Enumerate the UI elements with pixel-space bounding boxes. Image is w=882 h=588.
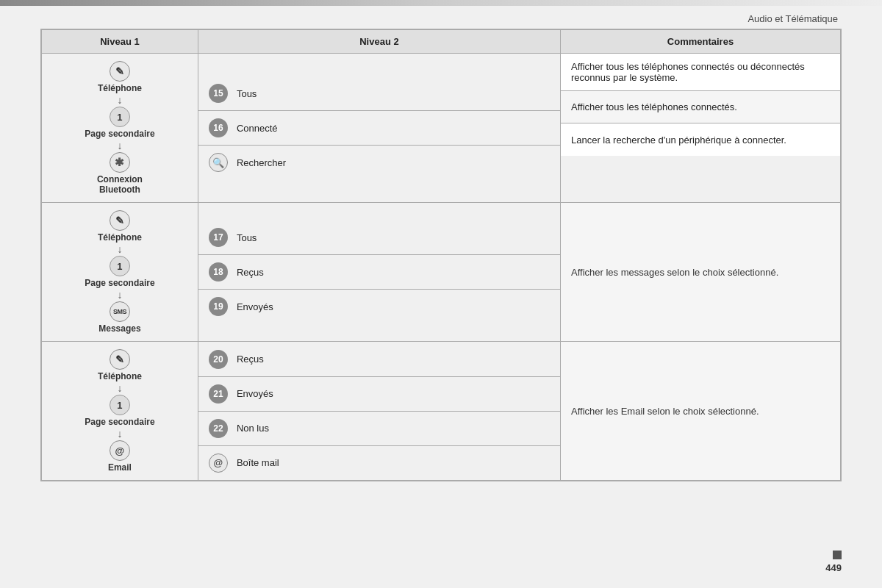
at-icon: @ — [209, 453, 228, 473]
label-connecte: Connecté — [237, 123, 278, 134]
niveau1-bluetooth: ✎ Téléphone ↓ 1 Page secondaire ↓ ✱ Conn… — [42, 54, 198, 203]
email-icon: @ — [110, 440, 130, 461]
label-boitemail: Boîte mail — [237, 457, 279, 468]
arrow-icon-2: ↓ — [117, 140, 122, 151]
search-icon: 🔍 — [209, 153, 228, 172]
page-num-icon-2: 1 — [110, 256, 130, 276]
label-nonlus: Non lus — [237, 423, 269, 434]
arrow-icon-4: ↓ — [117, 290, 122, 300]
arrow-icon: ↓ — [117, 95, 122, 105]
niveau1-messages: ✎ Téléphone ↓ 1 Page secondaire ↓ SMS Me… — [42, 203, 198, 342]
phone-icon: ✎ — [110, 61, 130, 82]
sms-icon: SMS — [110, 301, 130, 322]
comment-connecte: Afficher tous les téléphones connectés. — [561, 91, 840, 123]
table-row: ✎ Téléphone ↓ 1 Page secondaire ↓ SMS Me… — [42, 203, 841, 342]
label-envoyes-21: Envoyés — [237, 388, 273, 399]
niveau2-item-rechercher: 🔍 Rechercher — [198, 146, 560, 179]
badge-19: 19 — [209, 297, 228, 316]
niveau2-bluetooth: 15 Tous 16 Connecté 🔍 Rechercher — [198, 54, 560, 203]
niveau2-email: 20 Reçus 21 Envoyés 22 Non lus @ Boîte m… — [198, 342, 560, 481]
phone-icon-3: ✎ — [110, 349, 130, 370]
nav-label-page2: Page secondaire — [85, 278, 154, 288]
navigation-table: Niveau 1 Niveau 2 Commentaires ✎ Télépho… — [41, 29, 841, 481]
table-header-row: Niveau 1 Niveau 2 Commentaires — [42, 30, 841, 54]
niveau2-item-tous-17: 17 Tous — [198, 220, 560, 255]
nav-label-messages: Messages — [98, 323, 140, 334]
niveau2-item-tous-15: 15 Tous — [198, 76, 560, 111]
page-footer: 449 — [825, 551, 842, 573]
label-rechercher: Rechercher — [237, 157, 286, 168]
nav-label-email: Email — [108, 462, 132, 473]
nav-label-telephone3: Téléphone — [98, 371, 142, 381]
comment-rechercher: Lancer la recherche d'un périphérique à … — [561, 123, 840, 156]
nav-label-page1: Page secondaire — [85, 129, 154, 139]
niveau2-item-connecte-16: 16 Connecté — [198, 111, 560, 146]
commentaire-email: Afficher les Email selon le choix sélect… — [560, 342, 840, 481]
nav-chain-bluetooth: ✎ Téléphone ↓ 1 Page secondaire ↓ ✱ Conn… — [48, 61, 192, 195]
top-bar — [0, 0, 882, 6]
nav-label-telephone2: Téléphone — [98, 232, 142, 243]
page-num-icon-3: 1 — [110, 395, 130, 415]
nav-label-page3: Page secondaire — [85, 417, 154, 427]
phone-icon-2: ✎ — [110, 210, 130, 231]
niveau2-item-recus-18: 18 Reçus — [198, 255, 560, 290]
comment-text-email: Afficher les Email selon le choix sélect… — [571, 406, 759, 417]
niveau2-item-envoyes-21: 21 Envoyés — [198, 377, 560, 412]
nav-label-telephone1: Téléphone — [98, 83, 142, 93]
badge-20: 20 — [209, 350, 228, 369]
niveau2-messages: 17 Tous 18 Reçus 19 Envoyés — [198, 203, 560, 342]
label-recus-20: Reçus — [237, 354, 264, 365]
nav-chain-messages: ✎ Téléphone ↓ 1 Page secondaire ↓ SMS Me… — [48, 210, 192, 334]
page-title: Audio et Télématique — [747, 13, 838, 24]
page-header: Audio et Télématique — [0, 6, 882, 29]
badge-15: 15 — [209, 84, 228, 103]
comment-text-messages: Afficher les messages selon le choix sél… — [571, 267, 778, 278]
niveau1-email: ✎ Téléphone ↓ 1 Page secondaire ↓ @ Emai… — [42, 342, 198, 481]
col-header-niveau2: Niveau 2 — [198, 30, 560, 54]
label-recus-18: Reçus — [237, 267, 264, 278]
niveau2-item-boitemail: @ Boîte mail — [198, 446, 560, 480]
label-envoyes-19: Envoyés — [237, 301, 273, 312]
footer-square — [833, 551, 842, 559]
commentaire-messages: Afficher les messages selon le choix sél… — [560, 203, 840, 342]
comment-text-tous-bt: Afficher tous les téléphones connectés o… — [571, 61, 830, 83]
col-header-niveau1: Niveau 1 — [42, 30, 198, 54]
badge-16: 16 — [209, 118, 228, 137]
bluetooth-icon: ✱ — [110, 152, 130, 173]
table-row: ✎ Téléphone ↓ 1 Page secondaire ↓ ✱ Conn… — [42, 54, 841, 203]
page-number: 449 — [825, 562, 842, 573]
col-header-commentaires: Commentaires — [560, 30, 840, 54]
badge-22: 22 — [209, 419, 228, 438]
table-row: ✎ Téléphone ↓ 1 Page secondaire ↓ @ Emai… — [42, 342, 841, 481]
niveau2-item-nonlus-22: 22 Non lus — [198, 412, 560, 446]
label-tous-15: Tous — [237, 88, 257, 99]
nav-chain-email: ✎ Téléphone ↓ 1 Page secondaire ↓ @ Emai… — [48, 349, 192, 473]
niveau2-item-envoyes-19: 19 Envoyés — [198, 290, 560, 323]
niveau2-item-recus-20: 20 Reçus — [198, 343, 560, 377]
main-table-container: Niveau 1 Niveau 2 Commentaires ✎ Télépho… — [40, 29, 842, 481]
badge-18: 18 — [209, 262, 228, 282]
comment-tous-bt: Afficher tous les téléphones connectés o… — [561, 54, 840, 91]
comment-text-connecte: Afficher tous les téléphones connectés. — [571, 101, 737, 112]
page-num-icon-1: 1 — [110, 107, 130, 127]
badge-21: 21 — [209, 384, 228, 404]
commentaire-bluetooth: Afficher tous les téléphones connectés o… — [560, 54, 840, 203]
arrow-icon-3: ↓ — [117, 244, 122, 254]
label-tous-17: Tous — [237, 232, 257, 243]
arrow-icon-6: ↓ — [117, 429, 122, 439]
nav-label-bluetooth: ConnexionBluetooth — [97, 174, 143, 195]
arrow-icon-5: ↓ — [117, 383, 122, 393]
badge-17: 17 — [209, 228, 228, 247]
comment-text-rechercher: Lancer la recherche d'un périphérique à … — [571, 135, 786, 146]
